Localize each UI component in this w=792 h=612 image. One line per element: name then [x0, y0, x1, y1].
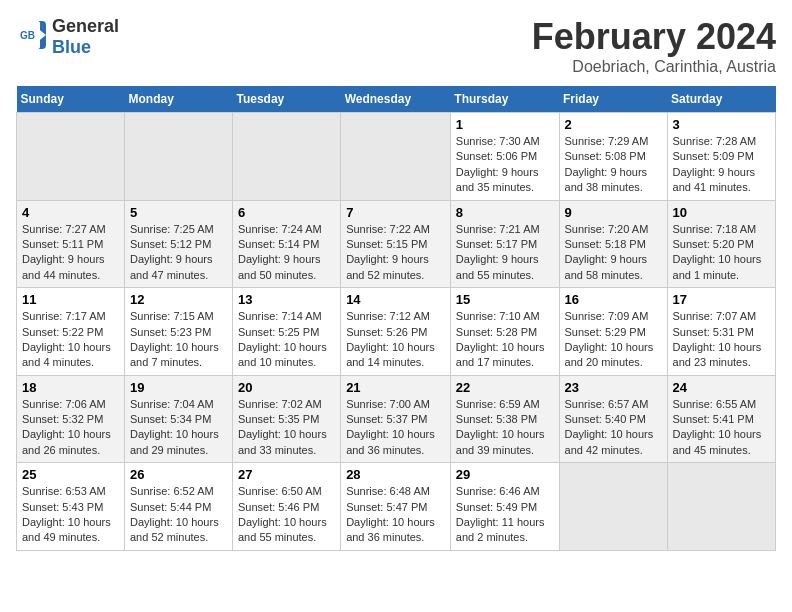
header-cell-friday: Friday: [559, 86, 667, 113]
day-info: Sunrise: 7:22 AM Sunset: 5:15 PM Dayligh…: [346, 222, 445, 284]
day-cell: 9Sunrise: 7:20 AM Sunset: 5:18 PM Daylig…: [559, 200, 667, 288]
day-number: 29: [456, 467, 554, 482]
day-cell: 28Sunrise: 6:48 AM Sunset: 5:47 PM Dayli…: [341, 463, 451, 551]
day-info: Sunrise: 6:53 AM Sunset: 5:43 PM Dayligh…: [22, 484, 119, 546]
day-number: 20: [238, 380, 335, 395]
day-cell: 21Sunrise: 7:00 AM Sunset: 5:37 PM Dayli…: [341, 375, 451, 463]
day-info: Sunrise: 6:50 AM Sunset: 5:46 PM Dayligh…: [238, 484, 335, 546]
day-cell: 3Sunrise: 7:28 AM Sunset: 5:09 PM Daylig…: [667, 113, 775, 201]
week-row-1: 1Sunrise: 7:30 AM Sunset: 5:06 PM Daylig…: [17, 113, 776, 201]
subtitle: Doebriach, Carinthia, Austria: [532, 58, 776, 76]
logo: GB General Blue: [16, 16, 119, 58]
day-info: Sunrise: 6:55 AM Sunset: 5:41 PM Dayligh…: [673, 397, 770, 459]
day-number: 9: [565, 205, 662, 220]
day-cell: 11Sunrise: 7:17 AM Sunset: 5:22 PM Dayli…: [17, 288, 125, 376]
day-cell: 6Sunrise: 7:24 AM Sunset: 5:14 PM Daylig…: [232, 200, 340, 288]
header-row: SundayMondayTuesdayWednesdayThursdayFrid…: [17, 86, 776, 113]
day-info: Sunrise: 7:27 AM Sunset: 5:11 PM Dayligh…: [22, 222, 119, 284]
day-number: 7: [346, 205, 445, 220]
logo-blue: Blue: [52, 37, 91, 57]
day-cell: [559, 463, 667, 551]
day-info: Sunrise: 7:07 AM Sunset: 5:31 PM Dayligh…: [673, 309, 770, 371]
day-info: Sunrise: 7:10 AM Sunset: 5:28 PM Dayligh…: [456, 309, 554, 371]
day-number: 21: [346, 380, 445, 395]
day-info: Sunrise: 7:20 AM Sunset: 5:18 PM Dayligh…: [565, 222, 662, 284]
day-cell: 22Sunrise: 6:59 AM Sunset: 5:38 PM Dayli…: [450, 375, 559, 463]
day-number: 18: [22, 380, 119, 395]
day-info: Sunrise: 7:30 AM Sunset: 5:06 PM Dayligh…: [456, 134, 554, 196]
day-cell: 24Sunrise: 6:55 AM Sunset: 5:41 PM Dayli…: [667, 375, 775, 463]
day-cell: 29Sunrise: 6:46 AM Sunset: 5:49 PM Dayli…: [450, 463, 559, 551]
day-number: 6: [238, 205, 335, 220]
day-info: Sunrise: 7:14 AM Sunset: 5:25 PM Dayligh…: [238, 309, 335, 371]
day-info: Sunrise: 7:15 AM Sunset: 5:23 PM Dayligh…: [130, 309, 227, 371]
day-cell: 2Sunrise: 7:29 AM Sunset: 5:08 PM Daylig…: [559, 113, 667, 201]
svg-text:GB: GB: [20, 30, 35, 41]
day-number: 26: [130, 467, 227, 482]
day-info: Sunrise: 7:09 AM Sunset: 5:29 PM Dayligh…: [565, 309, 662, 371]
day-info: Sunrise: 7:06 AM Sunset: 5:32 PM Dayligh…: [22, 397, 119, 459]
day-info: Sunrise: 7:17 AM Sunset: 5:22 PM Dayligh…: [22, 309, 119, 371]
day-info: Sunrise: 7:21 AM Sunset: 5:17 PM Dayligh…: [456, 222, 554, 284]
header-cell-wednesday: Wednesday: [341, 86, 451, 113]
day-number: 19: [130, 380, 227, 395]
day-number: 3: [673, 117, 770, 132]
day-cell: 26Sunrise: 6:52 AM Sunset: 5:44 PM Dayli…: [124, 463, 232, 551]
day-number: 15: [456, 292, 554, 307]
day-number: 13: [238, 292, 335, 307]
day-number: 8: [456, 205, 554, 220]
day-cell: 12Sunrise: 7:15 AM Sunset: 5:23 PM Dayli…: [124, 288, 232, 376]
day-cell: 7Sunrise: 7:22 AM Sunset: 5:15 PM Daylig…: [341, 200, 451, 288]
day-info: Sunrise: 7:25 AM Sunset: 5:12 PM Dayligh…: [130, 222, 227, 284]
day-info: Sunrise: 7:12 AM Sunset: 5:26 PM Dayligh…: [346, 309, 445, 371]
day-info: Sunrise: 7:04 AM Sunset: 5:34 PM Dayligh…: [130, 397, 227, 459]
day-cell: [667, 463, 775, 551]
week-row-4: 18Sunrise: 7:06 AM Sunset: 5:32 PM Dayli…: [17, 375, 776, 463]
day-number: 28: [346, 467, 445, 482]
header-cell-thursday: Thursday: [450, 86, 559, 113]
day-number: 5: [130, 205, 227, 220]
day-cell: 13Sunrise: 7:14 AM Sunset: 5:25 PM Dayli…: [232, 288, 340, 376]
title-area: February 2024 Doebriach, Carinthia, Aust…: [532, 16, 776, 76]
logo-general: General: [52, 16, 119, 36]
day-info: Sunrise: 7:29 AM Sunset: 5:08 PM Dayligh…: [565, 134, 662, 196]
day-info: Sunrise: 6:59 AM Sunset: 5:38 PM Dayligh…: [456, 397, 554, 459]
day-cell: 25Sunrise: 6:53 AM Sunset: 5:43 PM Dayli…: [17, 463, 125, 551]
day-number: 27: [238, 467, 335, 482]
day-cell: 1Sunrise: 7:30 AM Sunset: 5:06 PM Daylig…: [450, 113, 559, 201]
day-number: 17: [673, 292, 770, 307]
day-number: 25: [22, 467, 119, 482]
calendar-table: SundayMondayTuesdayWednesdayThursdayFrid…: [16, 86, 776, 551]
day-number: 4: [22, 205, 119, 220]
day-info: Sunrise: 7:18 AM Sunset: 5:20 PM Dayligh…: [673, 222, 770, 284]
day-number: 14: [346, 292, 445, 307]
header-cell-monday: Monday: [124, 86, 232, 113]
week-row-2: 4Sunrise: 7:27 AM Sunset: 5:11 PM Daylig…: [17, 200, 776, 288]
week-row-5: 25Sunrise: 6:53 AM Sunset: 5:43 PM Dayli…: [17, 463, 776, 551]
header-cell-sunday: Sunday: [17, 86, 125, 113]
day-cell: 16Sunrise: 7:09 AM Sunset: 5:29 PM Dayli…: [559, 288, 667, 376]
logo-text: General Blue: [52, 16, 119, 58]
header-cell-saturday: Saturday: [667, 86, 775, 113]
day-cell: [124, 113, 232, 201]
day-number: 16: [565, 292, 662, 307]
day-number: 22: [456, 380, 554, 395]
day-cell: 14Sunrise: 7:12 AM Sunset: 5:26 PM Dayli…: [341, 288, 451, 376]
day-cell: 19Sunrise: 7:04 AM Sunset: 5:34 PM Dayli…: [124, 375, 232, 463]
day-info: Sunrise: 6:46 AM Sunset: 5:49 PM Dayligh…: [456, 484, 554, 546]
day-number: 2: [565, 117, 662, 132]
day-number: 1: [456, 117, 554, 132]
day-cell: 17Sunrise: 7:07 AM Sunset: 5:31 PM Dayli…: [667, 288, 775, 376]
day-info: Sunrise: 6:57 AM Sunset: 5:40 PM Dayligh…: [565, 397, 662, 459]
day-cell: 23Sunrise: 6:57 AM Sunset: 5:40 PM Dayli…: [559, 375, 667, 463]
day-cell: 20Sunrise: 7:02 AM Sunset: 5:35 PM Dayli…: [232, 375, 340, 463]
day-info: Sunrise: 7:00 AM Sunset: 5:37 PM Dayligh…: [346, 397, 445, 459]
day-cell: 8Sunrise: 7:21 AM Sunset: 5:17 PM Daylig…: [450, 200, 559, 288]
day-info: Sunrise: 6:48 AM Sunset: 5:47 PM Dayligh…: [346, 484, 445, 546]
day-number: 24: [673, 380, 770, 395]
header: GB General Blue February 2024 Doebriach,…: [16, 16, 776, 76]
day-number: 10: [673, 205, 770, 220]
day-cell: [17, 113, 125, 201]
day-number: 11: [22, 292, 119, 307]
day-info: Sunrise: 7:02 AM Sunset: 5:35 PM Dayligh…: [238, 397, 335, 459]
